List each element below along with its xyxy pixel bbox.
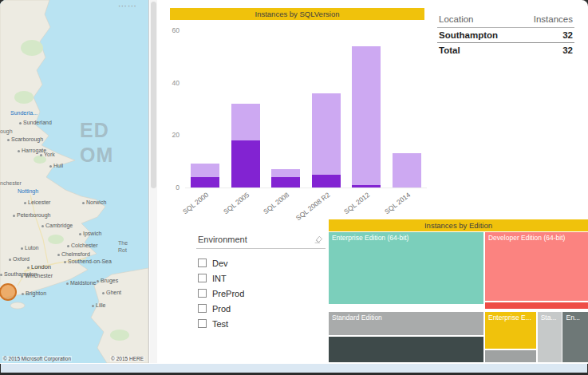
table-total-value: 32 — [562, 45, 573, 55]
checkbox-prod[interactable] — [198, 304, 207, 313]
treemap-tile[interactable] — [329, 337, 483, 362]
bar-segment-light[interactable] — [312, 93, 341, 175]
bar-segment-dark[interactable] — [191, 177, 219, 188]
bar-sql-2008[interactable] — [271, 30, 300, 188]
checkbox-preprod[interactable] — [198, 289, 207, 298]
bar-segment-dark[interactable] — [231, 140, 260, 188]
y-axis-tick-label: 20 — [172, 131, 180, 139]
x-axis-label: SQL 2000 — [181, 191, 210, 215]
map-label: Oxford — [9, 256, 30, 262]
map-bubble-southampton[interactable] — [0, 283, 17, 301]
bar-segment-light[interactable] — [352, 46, 381, 185]
table-visual: Location Instances Southampton32 Total 3… — [437, 13, 574, 57]
table-total-label: Total — [439, 45, 460, 55]
bar-slot: SQL 2012 — [346, 30, 387, 188]
bar-sql-2012[interactable] — [352, 30, 381, 188]
map-visual[interactable]: EDOM Sunderla...SunderlandoughScarboroug… — [0, 0, 149, 363]
ellipsis-menu-icon[interactable]: ⋯⋯ — [118, 1, 137, 11]
map-land-shapes — [0, 0, 148, 363]
treemap-tile-sta[interactable]: Sta... — [538, 312, 562, 362]
map-label: Peterborough — [13, 212, 50, 219]
map-label: Chelmsford — [57, 251, 90, 258]
map-copyright-here: © 2015 HERE — [110, 356, 144, 361]
table-cell-instances: 32 — [562, 30, 573, 40]
environment-slicer: Environment DevINTPreProdProdTest — [196, 232, 326, 331]
watermark-line: OM — [80, 143, 113, 168]
scrollbar-thumb[interactable] — [151, 2, 156, 188]
table-header: Location Instances — [437, 13, 574, 28]
treemap-tile-label: Developer Edition (64-bit) — [485, 232, 588, 243]
treemap-tile-en[interactable]: En... — [562, 312, 588, 362]
x-axis-label: SQL 2005 — [222, 191, 251, 215]
bar-chart-title: Instances by SQLVersion — [170, 8, 424, 20]
clear-selections-icon[interactable] — [314, 234, 324, 244]
table-row: Southampton32 — [437, 28, 574, 42]
map-label: Hull — [49, 163, 63, 169]
map-label: ough — [0, 128, 13, 135]
map-label: Southend-on-Sea — [64, 259, 112, 265]
map-label: Scarborough — [7, 136, 43, 143]
slicer-item-label: Prod — [212, 304, 231, 314]
map-label: Rot — [118, 247, 127, 254]
x-axis-label: SQL 2014 — [383, 191, 412, 215]
map-label: London — [27, 264, 51, 270]
slicer-item-int[interactable]: INT — [198, 270, 326, 286]
bar-plot-area: 0204060SQL 2000SQL 2005SQL 2008SQL 2008 … — [185, 30, 427, 188]
map-label: Sunderla... — [10, 110, 37, 116]
slicer-item-prod[interactable]: Prod — [198, 301, 326, 316]
x-axis-label: SQL 2012 — [342, 191, 371, 215]
treemap-tile-label: En... — [562, 312, 588, 323]
treemap-tile-label: Standard Edition — [329, 312, 483, 323]
y-axis-tick-label: 0 — [176, 184, 180, 191]
bar-segment-light[interactable] — [231, 104, 260, 140]
bar-sql-2014[interactable] — [393, 30, 421, 188]
map-label: Lille — [92, 302, 105, 309]
table-total-row: Total 32 — [437, 42, 574, 57]
bar-segment-dark[interactable] — [352, 185, 381, 188]
checkbox-int[interactable] — [198, 274, 207, 282]
bar-segment-light[interactable] — [393, 153, 421, 188]
map-label: Ghent — [102, 290, 121, 296]
slicer-item-dev[interactable]: Dev — [198, 255, 326, 270]
table-header-location[interactable]: Location — [439, 14, 473, 24]
bar-slot: SQL 2008 — [266, 30, 306, 188]
bar-slot: SQL 2005 — [226, 30, 266, 188]
powerbi-report: EDOM Sunderla...SunderlandoughScarboroug… — [0, 0, 588, 375]
treemap-tile-standard-edition[interactable]: Standard Edition — [329, 312, 483, 335]
bar-segment-dark[interactable] — [271, 177, 300, 188]
slicer-items: DevINTPreProdProdTest — [196, 255, 326, 331]
checkbox-dev[interactable] — [198, 259, 207, 267]
treemap-tile-developer-edition-64-bit[interactable]: Developer Edition (64-bit) — [485, 232, 588, 301]
treemap-tile-label: Enterprise E... — [485, 312, 536, 323]
treemap-tile[interactable] — [485, 350, 536, 362]
bar-segment-dark[interactable] — [312, 175, 341, 188]
bar-segment-light[interactable] — [271, 169, 300, 177]
report-canvas: EDOM Sunderla...SunderlandoughScarboroug… — [0, 0, 588, 364]
bar-slot: SQL 2008 R2 — [306, 30, 347, 188]
y-axis-tick-label: 40 — [172, 79, 180, 87]
slicer-item-test[interactable]: Test — [198, 316, 326, 331]
map-label: Sunderland — [19, 120, 52, 126]
treemap-tile-label: Sta... — [538, 312, 562, 323]
x-axis-label: SQL 2008 R2 — [294, 191, 331, 222]
map-label: Winchester — [21, 273, 53, 279]
map-label: York — [40, 152, 55, 158]
treemap-tile-enterprise-e[interactable]: Enterprise E... — [485, 312, 536, 349]
bar-slot: SQL 2000 — [185, 30, 226, 188]
bar-sql-2005[interactable] — [231, 30, 260, 188]
map-label: Brighton — [22, 290, 46, 297]
slicer-item-preprod[interactable]: PreProd — [198, 286, 326, 301]
y-axis-tick-label: 60 — [172, 26, 180, 34]
treemap-tile-enterprise-edition-64-bit[interactable]: Enterprise Edition (64-bit) — [329, 232, 483, 304]
bar-sql-2008-r2[interactable] — [312, 30, 341, 188]
table-header-instances[interactable]: Instances — [534, 14, 573, 24]
watermark-line: ED — [80, 118, 113, 143]
map-label: Maidstone — [66, 280, 96, 286]
treemap-tile[interactable] — [485, 302, 588, 310]
checkbox-test[interactable] — [198, 319, 207, 328]
slicer-item-label: PreProd — [212, 289, 244, 298]
vertical-scrollbar[interactable] — [150, 0, 157, 363]
bar-sql-2000[interactable] — [191, 30, 219, 188]
bar-segment-light[interactable] — [191, 164, 219, 176]
table-rows: Southampton32 — [437, 28, 574, 42]
